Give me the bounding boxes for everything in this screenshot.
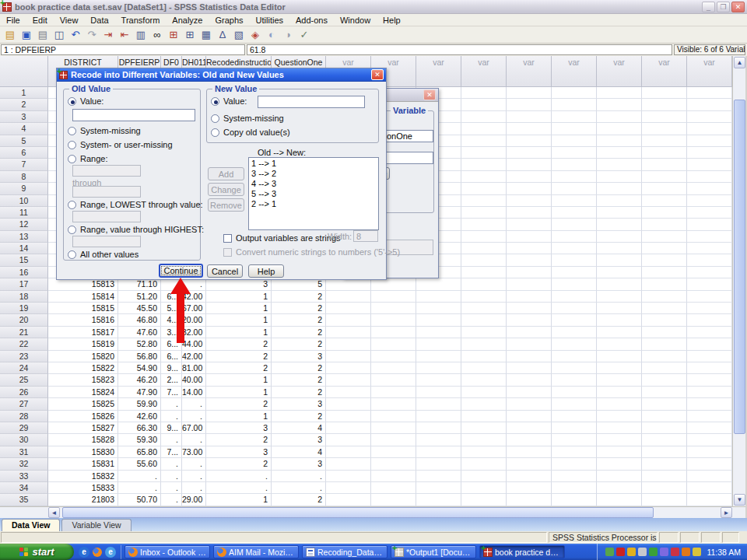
empty-cell[interactable] — [371, 374, 416, 386]
empty-cell[interactable] — [597, 422, 642, 434]
empty-cell[interactable] — [552, 111, 597, 123]
empty-cell[interactable] — [326, 291, 371, 303]
data-cell[interactable]: 3 — [206, 422, 272, 434]
old-new-pair[interactable]: 2 --> 1 — [251, 199, 376, 209]
empty-cell[interactable] — [642, 327, 687, 338]
range-radio[interactable]: Range: — [68, 154, 107, 163]
empty-cell[interactable] — [597, 183, 642, 194]
empty-cell[interactable] — [461, 291, 507, 303]
empty-cell[interactable] — [416, 303, 461, 314]
empty-cell[interactable] — [507, 147, 552, 159]
data-cell[interactable]: 15833 — [48, 482, 118, 494]
empty-cell[interactable] — [642, 99, 687, 110]
empty-cell[interactable] — [507, 387, 552, 398]
empty-cell[interactable] — [371, 494, 416, 506]
column-header-var[interactable]: var — [507, 56, 552, 87]
empty-cell[interactable] — [597, 278, 642, 290]
empty-cell[interactable] — [687, 411, 732, 422]
empty-cell[interactable] — [552, 434, 597, 446]
data-cell[interactable]: 9... — [161, 362, 182, 374]
old-sys-user-mis-radio[interactable]: System- or user-missing — [68, 140, 173, 149]
data-cell[interactable]: 2 — [272, 327, 326, 338]
empty-cell[interactable] — [687, 303, 732, 314]
empty-cell[interactable] — [597, 494, 642, 506]
empty-cell[interactable] — [642, 231, 687, 243]
empty-cell[interactable] — [507, 351, 552, 362]
empty-cell[interactable] — [461, 219, 507, 230]
empty-cell[interactable] — [552, 231, 597, 243]
data-cell[interactable]: 3 — [272, 434, 326, 446]
row-number[interactable]: 20 — [0, 314, 48, 326]
empty-cell[interactable] — [461, 195, 507, 207]
cancel-button[interactable]: Cancel — [207, 264, 243, 278]
data-cell[interactable]: 15820 — [48, 351, 118, 362]
empty-cell[interactable] — [326, 374, 371, 386]
old-new-pair[interactable]: 5 --> 3 — [251, 189, 376, 199]
data-cell[interactable]: 21803 — [48, 494, 118, 506]
data-cell[interactable]: . — [182, 434, 206, 446]
empty-cell[interactable] — [507, 291, 552, 303]
empty-cell[interactable] — [507, 87, 552, 99]
data-cell[interactable]: 4 — [272, 422, 326, 434]
empty-cell[interactable] — [552, 159, 597, 170]
empty-cell[interactable] — [687, 207, 732, 219]
empty-cell[interactable] — [371, 314, 416, 326]
data-cell[interactable]: 15824 — [48, 387, 118, 398]
empty-cell[interactable] — [371, 327, 416, 338]
empty-cell[interactable] — [642, 147, 687, 159]
data-cell[interactable]: . — [161, 411, 182, 422]
vertical-scroll-thumb[interactable] — [734, 100, 745, 434]
data-cell[interactable]: 46.80 — [118, 314, 161, 326]
width-input[interactable]: 8 — [353, 230, 378, 242]
scroll-left-arrow[interactable]: ◄ — [48, 507, 60, 518]
horizontal-scroll-thumb[interactable] — [62, 507, 654, 518]
empty-cell[interactable] — [461, 183, 507, 194]
empty-cell[interactable] — [597, 243, 642, 254]
range-lowest-radio[interactable]: Range, LOWEST through value: — [68, 200, 203, 209]
empty-cell[interactable] — [687, 374, 732, 386]
empty-cell[interactable] — [371, 291, 416, 303]
data-cell[interactable]: 2 — [272, 411, 326, 422]
find-icon[interactable]: ∞ — [150, 28, 164, 42]
empty-cell[interactable] — [507, 471, 552, 482]
scroll-right-arrow[interactable]: ► — [721, 507, 732, 518]
empty-cell[interactable] — [597, 387, 642, 398]
all-other-values-radio[interactable]: All other values — [68, 250, 139, 259]
data-cell[interactable]: 2 — [272, 338, 326, 350]
empty-cell[interactable] — [507, 231, 552, 243]
row-number[interactable]: 24 — [0, 362, 48, 374]
column-header-var[interactable]: var — [416, 56, 461, 87]
data-cell[interactable]: 7... — [161, 446, 182, 458]
empty-cell[interactable] — [416, 338, 461, 350]
new-value-radio[interactable]: Value: — [211, 96, 247, 106]
empty-cell[interactable] — [642, 254, 687, 266]
row-number[interactable]: 8 — [0, 171, 48, 183]
empty-cell[interactable] — [597, 231, 642, 243]
empty-cell[interactable] — [597, 482, 642, 494]
column-header-var[interactable]: var — [461, 56, 507, 87]
empty-cell[interactable] — [552, 123, 597, 135]
old-value-input[interactable] — [72, 109, 195, 121]
empty-cell[interactable] — [597, 254, 642, 266]
data-cell[interactable]: 15822 — [48, 362, 118, 374]
empty-cell[interactable] — [326, 362, 371, 374]
row-number[interactable]: 30 — [0, 434, 48, 446]
empty-cell[interactable] — [642, 291, 687, 303]
empty-cell[interactable] — [326, 494, 371, 506]
vertical-scrollbar[interactable]: ▲ ▼ — [732, 56, 745, 506]
empty-cell[interactable] — [416, 351, 461, 362]
empty-cell[interactable] — [326, 446, 371, 458]
empty-cell[interactable] — [687, 147, 732, 159]
copy-old-values-radio[interactable]: Copy old value(s) — [211, 128, 290, 137]
empty-cell[interactable] — [552, 254, 597, 266]
undo-icon[interactable]: ↶ — [68, 28, 82, 42]
empty-cell[interactable] — [461, 374, 507, 386]
taskbar-button[interactable]: Inbox - Outlook Web ... — [124, 545, 210, 558]
empty-cell[interactable] — [461, 111, 507, 123]
select-cases-icon[interactable]: ▧ — [232, 28, 246, 42]
continue-button[interactable]: Continue — [159, 264, 203, 278]
empty-cell[interactable] — [642, 87, 687, 99]
empty-cell[interactable] — [326, 278, 371, 290]
old-new-pair[interactable]: 4 --> 3 — [251, 179, 376, 189]
empty-cell[interactable] — [642, 267, 687, 278]
